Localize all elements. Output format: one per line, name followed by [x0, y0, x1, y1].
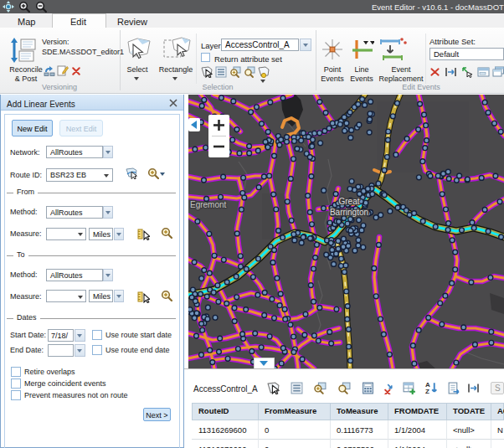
svg-text:Z: Z — [425, 388, 429, 394]
svg-text:Egremont: Egremont — [190, 200, 227, 209]
svg-text:Great: Great — [338, 197, 359, 206]
svg-text:Barrington: Barrington — [330, 208, 368, 217]
